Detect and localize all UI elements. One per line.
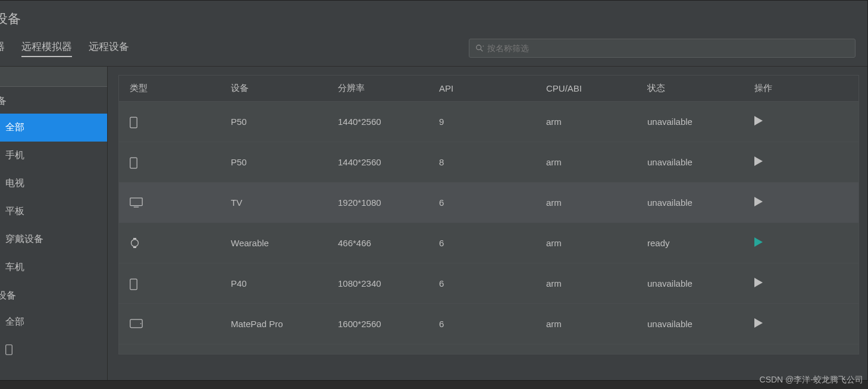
sidebar-group-my: 设备 [0, 281, 107, 308]
table-row[interactable]: P401080*23406armunavailable [119, 263, 858, 304]
svg-rect-6 [130, 198, 142, 206]
play-icon[interactable] [754, 197, 763, 206]
tabs-bar: 器 远程模拟器 远程设备 [0, 40, 129, 57]
svg-point-13 [140, 323, 142, 324]
search-input[interactable]: + [469, 39, 856, 58]
svg-point-0 [477, 45, 481, 50]
tab-local[interactable]: 器 [0, 40, 5, 57]
phone-icon [130, 117, 140, 127]
header-resolution: 分辨率 [327, 83, 428, 94]
header-action: 操作 [744, 83, 858, 94]
svg-rect-10 [133, 246, 136, 248]
svg-rect-4 [130, 117, 137, 128]
sidebar-item-wearable[interactable]: 穿戴设备 [0, 225, 107, 253]
cell-device: Wearable [220, 238, 327, 248]
cell-cpu: arm [535, 278, 637, 288]
play-icon[interactable] [754, 116, 763, 126]
svg-rect-3 [6, 345, 12, 355]
table-row[interactable]: MatePad Pro1600*25606armunavailable [119, 304, 858, 344]
cell-status: unavailable [637, 197, 744, 208]
table-header-row: 类型 设备 分辨率 API CPU/ABI 状态 操作 [119, 76, 858, 102]
svg-rect-5 [130, 158, 137, 168]
cell-device: P50 [220, 157, 327, 167]
cell-device: P50 [220, 117, 327, 127]
header-device: 设备 [220, 83, 327, 94]
sidebar-item-all[interactable]: 全部 [0, 114, 107, 142]
cell-resolution: 1440*2560 [327, 117, 428, 127]
search-icon: + [475, 44, 484, 52]
cell-resolution: 1920*1080 [327, 197, 428, 208]
play-icon[interactable] [754, 156, 763, 166]
cell-status: unavailable [637, 157, 744, 167]
sidebar-filter-input[interactable] [0, 67, 107, 87]
sidebar-item-my-all[interactable]: 全部 [0, 308, 107, 336]
table-row[interactable]: P501440*25609armunavailable [119, 102, 858, 142]
sidebar-item-phone[interactable]: 手机 [0, 142, 107, 170]
header-api: API [428, 83, 535, 93]
sidebar: 备 全部 手机 电视 平板 穿戴设备 车机 设备 全部 [0, 67, 108, 380]
play-icon[interactable] [754, 278, 763, 287]
cell-resolution: 1440*2560 [327, 157, 428, 167]
table-row[interactable]: Wearable466*4666armready [119, 223, 858, 263]
table-row[interactable]: TV1920*10806armunavailable [119, 183, 858, 223]
device-table: 类型 设备 分辨率 API CPU/ABI 状态 操作 P501440*2560… [118, 75, 859, 355]
tab-remote-emulator[interactable]: 远程模拟器 [21, 40, 72, 57]
phone-icon [5, 344, 16, 355]
svg-rect-11 [130, 279, 137, 290]
table-row[interactable]: P501440*25608armunavailable [119, 142, 858, 183]
sidebar-item-car[interactable]: 车机 [0, 253, 107, 281]
sidebar-item-device-icon[interactable] [0, 336, 107, 363]
svg-text:+: + [482, 44, 484, 48]
cell-cpu: arm [535, 238, 637, 248]
header-type: 类型 [119, 83, 220, 94]
tab-remote-device[interactable]: 远程设备 [89, 40, 129, 57]
svg-line-1 [481, 49, 483, 52]
tv-icon [130, 197, 140, 208]
sidebar-item-tv[interactable]: 电视 [0, 170, 107, 197]
cell-cpu: arm [535, 319, 637, 329]
page-title: 设备 [0, 1, 867, 34]
svg-rect-9 [133, 238, 136, 240]
cell-status: unavailable [637, 278, 744, 288]
phone-icon [130, 157, 140, 168]
cell-device: TV [220, 197, 327, 208]
svg-point-8 [131, 240, 139, 247]
play-icon[interactable] [754, 237, 763, 247]
cell-api: 6 [428, 278, 535, 288]
cell-status: ready [637, 238, 744, 248]
cell-status: unavailable [637, 117, 744, 127]
header-cpu: CPU/ABI [535, 83, 637, 93]
search-field[interactable] [487, 43, 849, 53]
cell-api: 9 [428, 117, 535, 127]
header-status: 状态 [637, 83, 744, 94]
cell-cpu: arm [535, 157, 637, 167]
cell-device: P40 [220, 278, 327, 288]
cell-cpu: arm [535, 117, 637, 127]
cell-resolution: 1600*2560 [327, 319, 428, 329]
watch-icon [130, 238, 140, 249]
cell-cpu: arm [535, 197, 637, 208]
play-icon[interactable] [754, 318, 763, 328]
sidebar-group-remote: 备 [0, 87, 107, 114]
cell-status: unavailable [637, 319, 744, 329]
cell-resolution: 1080*2340 [327, 278, 428, 288]
table-empty-area [119, 344, 858, 354]
cell-api: 6 [428, 197, 535, 208]
phone-icon [130, 278, 140, 289]
sidebar-item-tablet[interactable]: 平板 [0, 197, 107, 225]
cell-api: 6 [428, 319, 535, 329]
cell-api: 8 [428, 157, 535, 167]
cell-device: MatePad Pro [220, 319, 327, 329]
watermark: CSDN @李洋-蛟龙腾飞公司 [760, 375, 863, 385]
cell-api: 6 [428, 238, 535, 248]
tablet-icon [130, 319, 140, 330]
cell-resolution: 466*466 [327, 238, 428, 248]
